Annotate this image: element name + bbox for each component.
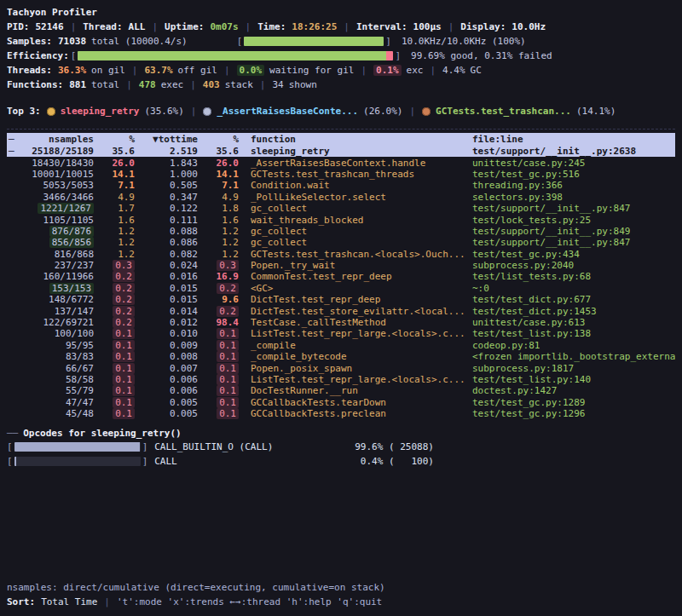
separator: |: [260, 79, 266, 90]
table-row[interactable]: 45/48 0.1 0.005 0.1 GCCallbackTests.prec…: [7, 408, 675, 419]
top3-label: Top 3:: [7, 106, 41, 117]
table-row[interactable]: 5053/5053 7.1 0.505 7.1 Condition.wait t…: [7, 180, 675, 191]
table-row[interactable]: 95/95 0.1 0.009 0.1 _compile codeop.py:8…: [7, 340, 675, 351]
functions-stat-value: 881: [69, 79, 86, 90]
nsamples-cell: 45/48: [20, 408, 99, 419]
table-row[interactable]: 83/83 0.1 0.008 0.1 _compile_bytecode <f…: [7, 351, 675, 362]
samples-rate: 10.0KHz/10.0KHz (100%): [402, 36, 526, 47]
efficiency-summary: 99.69% good, 0.31% failed: [411, 50, 552, 61]
cum-pct-cell: 0.1: [203, 374, 244, 385]
cum-pct-cell: 4.9: [203, 192, 244, 203]
function-cell: _compile: [244, 340, 467, 351]
table-row[interactable]: 47/47 0.1 0.005 0.1 GCCallbackTests.tear…: [7, 397, 675, 408]
thread-stat-value: 4.4%: [442, 65, 465, 76]
function-cell: DictTest.test_repr_deep: [244, 294, 467, 305]
tottime-cell: 0.347: [140, 192, 203, 203]
separator: |: [132, 65, 138, 76]
top3-item-2[interactable]: _AssertRaisesBaseConte...(26.0%): [203, 106, 402, 117]
table-row[interactable]: 137/147 0.2 0.014 0.2 DictTest.test_stor…: [7, 305, 675, 316]
efficiency-bar-open-bracket: [: [71, 50, 77, 61]
thread-value[interactable]: ALL: [129, 21, 146, 32]
col-header-function[interactable]: function: [244, 134, 467, 145]
nsamples-cell: 55/79: [20, 385, 99, 396]
pct-cell: 4.9: [99, 192, 140, 203]
threads-line: Threads: 36.3%on gil | 63.7%off gil | 0.…: [7, 63, 675, 78]
table-row[interactable]: 237/237 0.3 0.024 0.3 Popen._try_wait su…: [7, 260, 675, 271]
table-row[interactable]: 122/69721 0.2 0.012 98.4 TestCase._callT…: [7, 317, 675, 328]
function-cell: gc_collect: [244, 237, 467, 248]
function-cell: DocTestRunner.__run: [244, 385, 467, 396]
col-header-file-line[interactable]: file:line: [467, 134, 675, 145]
cum-pct-cell: 26.0: [203, 158, 244, 169]
nsamples-cell: 160/11966: [20, 271, 99, 282]
functions-table: ─ nsamples % ▼tottime % function file:li…: [7, 129, 675, 419]
function-cell: sleeping_retry: [244, 146, 467, 157]
table-row[interactable]: 816/868 1.2 0.082 1.2 GCTests.test_trash…: [7, 249, 675, 260]
separator: |: [361, 65, 367, 76]
cum-pct-cell: 0.1: [203, 385, 244, 396]
footer: nsamples: direct/cumulative (direct=exec…: [7, 580, 675, 609]
pid-label: PID:: [7, 21, 30, 32]
tottime-cell: 0.009: [140, 340, 203, 351]
nsamples-cell: 66/67: [20, 363, 99, 374]
table-row[interactable]: 10001/10015 14.1 1.000 14.1 GCTests.test…: [7, 169, 675, 180]
col-header-cum-pct[interactable]: %: [203, 134, 244, 145]
table-row[interactable]: 856/856 1.2 0.086 1.2 gc_collect test/su…: [7, 237, 675, 248]
file-line-cell: test/support/__init__.py:847: [467, 237, 675, 248]
table-row[interactable]: 58/58 0.1 0.006 0.1 ListTest.test_repr_l…: [7, 374, 675, 385]
app-title: Tachyon Profiler: [7, 7, 97, 18]
nsamples-cell: 816/868: [20, 249, 99, 260]
table-body: ─ 25188/25189 35.6 2.519 35.6 sleeping_r…: [7, 146, 675, 419]
table-row[interactable]: 55/79 0.1 0.006 0.1 DocTestRunner.__run …: [7, 385, 675, 396]
functions-stat-name: exec: [161, 79, 184, 90]
bronze-medal-icon: [422, 107, 431, 116]
samples-bar: [244, 37, 384, 46]
nsamples-cell: 58/58: [20, 374, 99, 385]
table-row[interactable]: 876/876 1.2 0.088 1.2 gc_collect test/su…: [7, 226, 675, 237]
tottime-cell: 0.082: [140, 249, 203, 260]
nsamples-cell: 100/100: [20, 328, 99, 339]
col-header-tottime-sorted[interactable]: ▼tottime: [140, 134, 203, 145]
table-row[interactable]: 153/153 0.2 0.015 0.2 <GC> ~:0: [7, 283, 675, 294]
pct-cell: 0.2: [99, 317, 140, 328]
col-header-nsamples[interactable]: nsamples: [20, 134, 99, 145]
pct-cell: 26.0: [99, 158, 140, 169]
tottime-cell: 1.843: [140, 158, 203, 169]
time-value: 18:26:25: [292, 21, 337, 32]
opcode-bar-close-bracket: ]: [142, 456, 148, 467]
nsamples-cell: 3466/3466: [20, 192, 99, 203]
pct-cell: 1.2: [99, 226, 140, 237]
col-header-pct[interactable]: %: [99, 134, 140, 145]
table-row[interactable]: 3466/3466 4.9 0.347 4.9 _PollLikeSelecto…: [7, 192, 675, 203]
file-line-cell: subprocess.py:1817: [467, 363, 675, 374]
file-line-cell: test/test_list.py:140: [467, 374, 675, 385]
file-line-cell: test/test_dict.py:677: [467, 294, 675, 305]
nsamples-cell: 137/147: [20, 306, 99, 317]
cum-pct-cell: 98.4: [203, 317, 244, 328]
footer-legend-line: nsamples: direct/cumulative (direct=exec…: [7, 580, 675, 595]
table-row[interactable]: 100/100 0.1 0.010 0.1 ListTest.test_repr…: [7, 328, 675, 339]
cum-pct-cell: 0.3: [203, 260, 244, 271]
top3-item-1[interactable]: sleeping_retry(35.6%): [47, 106, 184, 117]
keybinding-hints: 't':mode 'x':trends ←→:thread 'h':help '…: [117, 596, 382, 607]
sort-label: Sort:: [7, 596, 35, 607]
nsamples-cell: 25188/25189: [20, 146, 99, 157]
table-row[interactable]: 66/67 0.1 0.007 0.1 Popen._posix_spawn s…: [7, 362, 675, 373]
separator: |: [224, 65, 230, 76]
table-row[interactable]: 1221/1267 1.7 0.122 1.8 gc_collect test/…: [7, 203, 675, 214]
table-row[interactable]: 160/11966 0.2 0.016 16.9 CommonTest.test…: [7, 271, 675, 282]
opcode-bar-open-bracket: [: [7, 441, 13, 452]
function-cell: _PollLikeSelector.select: [244, 192, 467, 203]
thread-stat-off-gil: 63.7%off gil: [144, 65, 217, 76]
file-line-cell: test/test_gc.py:434: [467, 249, 675, 260]
separator: |: [409, 106, 415, 117]
tottime-cell: 0.015: [140, 283, 203, 294]
table-row[interactable]: 18430/18430 26.0 1.843 26.0 _AssertRaise…: [7, 157, 675, 168]
top3-item-3[interactable]: GCTests.test_trashcan...(14.1%): [422, 106, 616, 117]
sort-value: Total Time: [41, 596, 97, 607]
table-row[interactable]: 1105/1105 1.6 0.111 1.6 wait_threads_blo…: [7, 214, 675, 225]
functions-stat-total: 881total: [69, 79, 119, 90]
table-row[interactable]: ─ 25188/25189 35.6 2.519 35.6 sleeping_r…: [7, 146, 675, 157]
pct-cell: 35.6: [99, 146, 140, 157]
table-row[interactable]: 148/6772 0.2 0.015 9.6 DictTest.test_rep…: [7, 294, 675, 305]
